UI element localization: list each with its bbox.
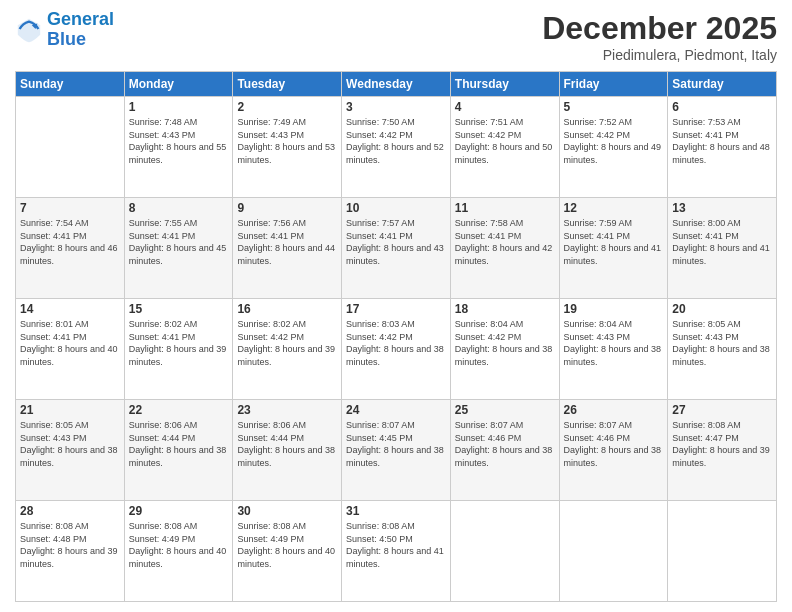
day-info: Sunrise: 7:48 AM Sunset: 4:43 PM Dayligh… xyxy=(129,116,229,166)
cell-0-1: 1Sunrise: 7:48 AM Sunset: 4:43 PM Daylig… xyxy=(124,97,233,198)
cell-3-0: 21Sunrise: 8:05 AM Sunset: 4:43 PM Dayli… xyxy=(16,400,125,501)
day-info: Sunrise: 8:00 AM Sunset: 4:41 PM Dayligh… xyxy=(672,217,772,267)
day-number: 20 xyxy=(672,302,772,316)
day-number: 14 xyxy=(20,302,120,316)
day-number: 31 xyxy=(346,504,446,518)
col-thursday: Thursday xyxy=(450,72,559,97)
cell-1-0: 7Sunrise: 7:54 AM Sunset: 4:41 PM Daylig… xyxy=(16,198,125,299)
cell-2-2: 16Sunrise: 8:02 AM Sunset: 4:42 PM Dayli… xyxy=(233,299,342,400)
cell-1-2: 9Sunrise: 7:56 AM Sunset: 4:41 PM Daylig… xyxy=(233,198,342,299)
cell-1-1: 8Sunrise: 7:55 AM Sunset: 4:41 PM Daylig… xyxy=(124,198,233,299)
day-number: 24 xyxy=(346,403,446,417)
col-saturday: Saturday xyxy=(668,72,777,97)
cell-4-6 xyxy=(668,501,777,602)
day-info: Sunrise: 7:49 AM Sunset: 4:43 PM Dayligh… xyxy=(237,116,337,166)
logo-icon xyxy=(15,16,43,44)
day-info: Sunrise: 7:50 AM Sunset: 4:42 PM Dayligh… xyxy=(346,116,446,166)
day-info: Sunrise: 8:07 AM Sunset: 4:46 PM Dayligh… xyxy=(564,419,664,469)
col-monday: Monday xyxy=(124,72,233,97)
cell-0-2: 2Sunrise: 7:49 AM Sunset: 4:43 PM Daylig… xyxy=(233,97,342,198)
cell-2-0: 14Sunrise: 8:01 AM Sunset: 4:41 PM Dayli… xyxy=(16,299,125,400)
day-info: Sunrise: 8:02 AM Sunset: 4:42 PM Dayligh… xyxy=(237,318,337,368)
month-title: December 2025 xyxy=(542,10,777,47)
day-info: Sunrise: 7:54 AM Sunset: 4:41 PM Dayligh… xyxy=(20,217,120,267)
day-info: Sunrise: 8:02 AM Sunset: 4:41 PM Dayligh… xyxy=(129,318,229,368)
week-row-4: 28Sunrise: 8:08 AM Sunset: 4:48 PM Dayli… xyxy=(16,501,777,602)
calendar-header-row: Sunday Monday Tuesday Wednesday Thursday… xyxy=(16,72,777,97)
col-tuesday: Tuesday xyxy=(233,72,342,97)
cell-3-5: 26Sunrise: 8:07 AM Sunset: 4:46 PM Dayli… xyxy=(559,400,668,501)
cell-3-3: 24Sunrise: 8:07 AM Sunset: 4:45 PM Dayli… xyxy=(342,400,451,501)
week-row-0: 1Sunrise: 7:48 AM Sunset: 4:43 PM Daylig… xyxy=(16,97,777,198)
cell-2-6: 20Sunrise: 8:05 AM Sunset: 4:43 PM Dayli… xyxy=(668,299,777,400)
cell-1-5: 12Sunrise: 7:59 AM Sunset: 4:41 PM Dayli… xyxy=(559,198,668,299)
cell-4-4 xyxy=(450,501,559,602)
cell-0-5: 5Sunrise: 7:52 AM Sunset: 4:42 PM Daylig… xyxy=(559,97,668,198)
day-info: Sunrise: 8:08 AM Sunset: 4:48 PM Dayligh… xyxy=(20,520,120,570)
day-info: Sunrise: 8:08 AM Sunset: 4:47 PM Dayligh… xyxy=(672,419,772,469)
day-number: 18 xyxy=(455,302,555,316)
cell-4-0: 28Sunrise: 8:08 AM Sunset: 4:48 PM Dayli… xyxy=(16,501,125,602)
day-info: Sunrise: 8:04 AM Sunset: 4:43 PM Dayligh… xyxy=(564,318,664,368)
day-info: Sunrise: 7:57 AM Sunset: 4:41 PM Dayligh… xyxy=(346,217,446,267)
day-number: 29 xyxy=(129,504,229,518)
cell-2-5: 19Sunrise: 8:04 AM Sunset: 4:43 PM Dayli… xyxy=(559,299,668,400)
day-number: 3 xyxy=(346,100,446,114)
day-info: Sunrise: 8:01 AM Sunset: 4:41 PM Dayligh… xyxy=(20,318,120,368)
day-number: 28 xyxy=(20,504,120,518)
logo: General Blue xyxy=(15,10,114,50)
cell-1-3: 10Sunrise: 7:57 AM Sunset: 4:41 PM Dayli… xyxy=(342,198,451,299)
cell-3-2: 23Sunrise: 8:06 AM Sunset: 4:44 PM Dayli… xyxy=(233,400,342,501)
cell-4-5 xyxy=(559,501,668,602)
cell-1-6: 13Sunrise: 8:00 AM Sunset: 4:41 PM Dayli… xyxy=(668,198,777,299)
day-info: Sunrise: 8:06 AM Sunset: 4:44 PM Dayligh… xyxy=(237,419,337,469)
day-info: Sunrise: 8:03 AM Sunset: 4:42 PM Dayligh… xyxy=(346,318,446,368)
day-info: Sunrise: 7:55 AM Sunset: 4:41 PM Dayligh… xyxy=(129,217,229,267)
day-number: 16 xyxy=(237,302,337,316)
day-number: 22 xyxy=(129,403,229,417)
cell-0-6: 6Sunrise: 7:53 AM Sunset: 4:41 PM Daylig… xyxy=(668,97,777,198)
week-row-1: 7Sunrise: 7:54 AM Sunset: 4:41 PM Daylig… xyxy=(16,198,777,299)
day-number: 5 xyxy=(564,100,664,114)
day-number: 10 xyxy=(346,201,446,215)
header: General Blue December 2025 Piedimulera, … xyxy=(15,10,777,63)
week-row-2: 14Sunrise: 8:01 AM Sunset: 4:41 PM Dayli… xyxy=(16,299,777,400)
day-info: Sunrise: 7:53 AM Sunset: 4:41 PM Dayligh… xyxy=(672,116,772,166)
day-info: Sunrise: 8:08 AM Sunset: 4:50 PM Dayligh… xyxy=(346,520,446,570)
day-info: Sunrise: 8:05 AM Sunset: 4:43 PM Dayligh… xyxy=(672,318,772,368)
day-number: 2 xyxy=(237,100,337,114)
cell-4-1: 29Sunrise: 8:08 AM Sunset: 4:49 PM Dayli… xyxy=(124,501,233,602)
day-number: 6 xyxy=(672,100,772,114)
day-number: 27 xyxy=(672,403,772,417)
day-info: Sunrise: 8:08 AM Sunset: 4:49 PM Dayligh… xyxy=(129,520,229,570)
title-block: December 2025 Piedimulera, Piedmont, Ita… xyxy=(542,10,777,63)
day-number: 1 xyxy=(129,100,229,114)
day-number: 19 xyxy=(564,302,664,316)
day-number: 11 xyxy=(455,201,555,215)
day-number: 17 xyxy=(346,302,446,316)
day-number: 15 xyxy=(129,302,229,316)
col-sunday: Sunday xyxy=(16,72,125,97)
day-info: Sunrise: 7:52 AM Sunset: 4:42 PM Dayligh… xyxy=(564,116,664,166)
cell-0-4: 4Sunrise: 7:51 AM Sunset: 4:42 PM Daylig… xyxy=(450,97,559,198)
col-wednesday: Wednesday xyxy=(342,72,451,97)
day-info: Sunrise: 8:07 AM Sunset: 4:46 PM Dayligh… xyxy=(455,419,555,469)
day-info: Sunrise: 8:05 AM Sunset: 4:43 PM Dayligh… xyxy=(20,419,120,469)
cell-2-1: 15Sunrise: 8:02 AM Sunset: 4:41 PM Dayli… xyxy=(124,299,233,400)
col-friday: Friday xyxy=(559,72,668,97)
day-number: 26 xyxy=(564,403,664,417)
location-subtitle: Piedimulera, Piedmont, Italy xyxy=(542,47,777,63)
day-info: Sunrise: 8:08 AM Sunset: 4:49 PM Dayligh… xyxy=(237,520,337,570)
logo-text: General Blue xyxy=(47,10,114,50)
page: General Blue December 2025 Piedimulera, … xyxy=(0,0,792,612)
cell-0-0 xyxy=(16,97,125,198)
cell-2-3: 17Sunrise: 8:03 AM Sunset: 4:42 PM Dayli… xyxy=(342,299,451,400)
calendar-table: Sunday Monday Tuesday Wednesday Thursday… xyxy=(15,71,777,602)
day-number: 8 xyxy=(129,201,229,215)
day-number: 13 xyxy=(672,201,772,215)
logo-line2: Blue xyxy=(47,29,86,49)
logo-line1: General xyxy=(47,9,114,29)
cell-3-6: 27Sunrise: 8:08 AM Sunset: 4:47 PM Dayli… xyxy=(668,400,777,501)
day-number: 7 xyxy=(20,201,120,215)
cell-3-4: 25Sunrise: 8:07 AM Sunset: 4:46 PM Dayli… xyxy=(450,400,559,501)
